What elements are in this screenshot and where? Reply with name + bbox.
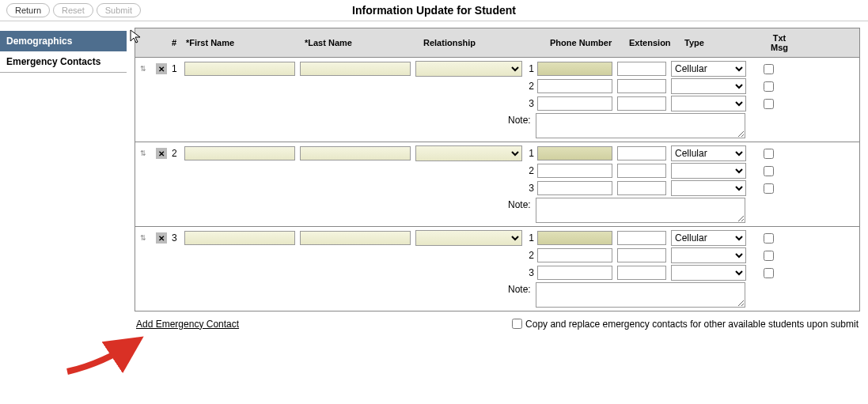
- phone-number-input[interactable]: [537, 266, 612, 280]
- last-name-input[interactable]: [300, 231, 411, 245]
- note-textarea[interactable]: [536, 198, 745, 223]
- header-type: Type: [684, 38, 764, 47]
- phone-type-select[interactable]: CellularHomeWork: [671, 96, 746, 111]
- txt-msg-checkbox[interactable]: [764, 166, 774, 176]
- extension-input[interactable]: [617, 62, 666, 76]
- txt-msg-checkbox[interactable]: [764, 251, 774, 261]
- contact-row: ⇅✕11CellularHomeWork2CellularHomeWork3Ce…: [135, 57, 859, 142]
- phone-number-input[interactable]: [537, 248, 612, 262]
- tab-demographics[interactable]: Demographics: [0, 31, 127, 51]
- phone-number-input[interactable]: [537, 96, 612, 111]
- header-phone: Phone Number: [550, 38, 629, 47]
- last-name-input[interactable]: [300, 62, 411, 76]
- note-label: Note:: [508, 113, 536, 126]
- extension-input[interactable]: [617, 96, 666, 111]
- note-label: Note:: [508, 198, 536, 210]
- txt-msg-checkbox[interactable]: [764, 99, 774, 109]
- first-name-input[interactable]: [184, 146, 295, 160]
- extension-input[interactable]: [617, 266, 666, 280]
- relationship-select[interactable]: [415, 230, 522, 246]
- extension-input[interactable]: [617, 181, 666, 195]
- add-emergency-contact-link[interactable]: Add Emergency Contact: [136, 319, 239, 330]
- note-label: Note:: [508, 282, 536, 295]
- header-extension: Extension: [629, 38, 684, 47]
- phone-row-number: 3: [523, 98, 534, 109]
- extension-input[interactable]: [617, 231, 666, 245]
- phone-row-number: 2: [523, 81, 534, 92]
- remove-contact-icon[interactable]: ✕: [156, 232, 167, 244]
- phone-type-select[interactable]: CellularHomeWork: [671, 180, 746, 196]
- last-name-input[interactable]: [300, 146, 411, 160]
- extension-input[interactable]: [617, 164, 666, 178]
- phone-type-select[interactable]: CellularHomeWork: [671, 163, 746, 179]
- contact-number-label: 3: [170, 232, 184, 244]
- phone-type-select[interactable]: CellularHomeWork: [671, 247, 746, 263]
- phone-number-input[interactable]: [537, 164, 612, 178]
- return-button[interactable]: Return: [6, 3, 50, 17]
- header-num: #: [170, 38, 186, 47]
- phone-row-number: 2: [523, 165, 534, 176]
- header-first-name: *First Name: [186, 38, 305, 47]
- txt-msg-checkbox[interactable]: [764, 268, 774, 278]
- txt-msg-checkbox[interactable]: [764, 81, 774, 92]
- tab-emergency-contacts[interactable]: Emergency Contacts: [0, 51, 127, 73]
- phone-type-select[interactable]: CellularHomeWork: [671, 265, 746, 281]
- copy-replace-label: Copy and replace emergency contacts for …: [525, 319, 859, 330]
- remove-contact-icon[interactable]: ✕: [156, 148, 167, 159]
- phone-type-select[interactable]: CellularHomeWork: [671, 145, 746, 161]
- submit-button[interactable]: Submit: [97, 3, 141, 17]
- phone-number-input[interactable]: [537, 79, 612, 93]
- reorder-handle-icon[interactable]: ⇅: [140, 234, 156, 242]
- phone-row-number: 1: [523, 148, 534, 159]
- first-name-input[interactable]: [184, 231, 295, 245]
- contact-number-label: 1: [170, 63, 184, 74]
- phone-row-number: 1: [523, 63, 534, 74]
- contact-row: ⇅✕31CellularHomeWork2CellularHomeWork3Ce…: [135, 226, 859, 311]
- txt-msg-checkbox[interactable]: [764, 183, 774, 194]
- txt-msg-checkbox[interactable]: [764, 233, 774, 244]
- header-relationship: Relationship: [423, 38, 534, 47]
- remove-contact-icon[interactable]: ✕: [156, 63, 167, 74]
- phone-type-select[interactable]: CellularHomeWork: [671, 230, 746, 246]
- relationship-select[interactable]: [415, 145, 522, 161]
- reorder-handle-icon[interactable]: ⇅: [140, 149, 156, 157]
- phone-number-input[interactable]: [537, 231, 612, 245]
- phone-row-number: 1: [523, 232, 534, 244]
- phone-type-select[interactable]: CellularHomeWork: [671, 61, 746, 77]
- reorder-handle-icon[interactable]: ⇅: [140, 65, 156, 73]
- contacts-grid: # *First Name *Last Name Relationship Ph…: [135, 28, 860, 311]
- note-textarea[interactable]: [536, 282, 745, 308]
- phone-number-input[interactable]: [537, 181, 612, 195]
- phone-number-input[interactable]: [537, 146, 612, 160]
- page-title: Information Update for Student: [352, 4, 516, 17]
- phone-row-number: 3: [523, 183, 534, 194]
- phone-number-input[interactable]: [537, 62, 612, 76]
- phone-type-select[interactable]: CellularHomeWork: [671, 78, 746, 94]
- extension-input[interactable]: [617, 248, 666, 262]
- reset-button[interactable]: Reset: [53, 3, 93, 17]
- relationship-select[interactable]: [415, 61, 522, 77]
- contact-row: ⇅✕21CellularHomeWork2CellularHomeWork3Ce…: [135, 142, 859, 226]
- phone-row-number: 3: [523, 267, 534, 278]
- header-last-name: *Last Name: [305, 38, 423, 47]
- txt-msg-checkbox[interactable]: [764, 64, 774, 74]
- header-txt-msg: Txt Msg: [764, 33, 795, 52]
- note-textarea[interactable]: [536, 113, 745, 138]
- txt-msg-checkbox[interactable]: [764, 149, 774, 159]
- first-name-input[interactable]: [184, 62, 295, 76]
- contact-number-label: 2: [170, 148, 184, 159]
- copy-replace-checkbox[interactable]: [512, 319, 522, 329]
- phone-row-number: 2: [523, 250, 534, 261]
- extension-input[interactable]: [617, 146, 666, 160]
- extension-input[interactable]: [617, 79, 666, 93]
